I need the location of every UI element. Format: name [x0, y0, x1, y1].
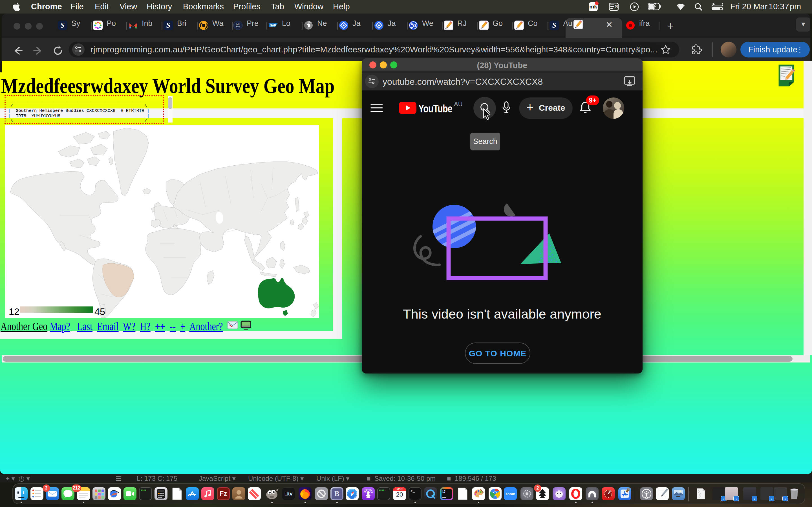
- svg-text:12: 12: [9, 306, 19, 317]
- svg-text:brit: brit: [236, 23, 240, 25]
- svg-text:45: 45: [94, 306, 105, 317]
- svg-text:⌘: ⌘: [615, 4, 618, 8]
- svg-text:SAP: SAP: [270, 24, 276, 27]
- svg-text:box: box: [236, 25, 240, 28]
